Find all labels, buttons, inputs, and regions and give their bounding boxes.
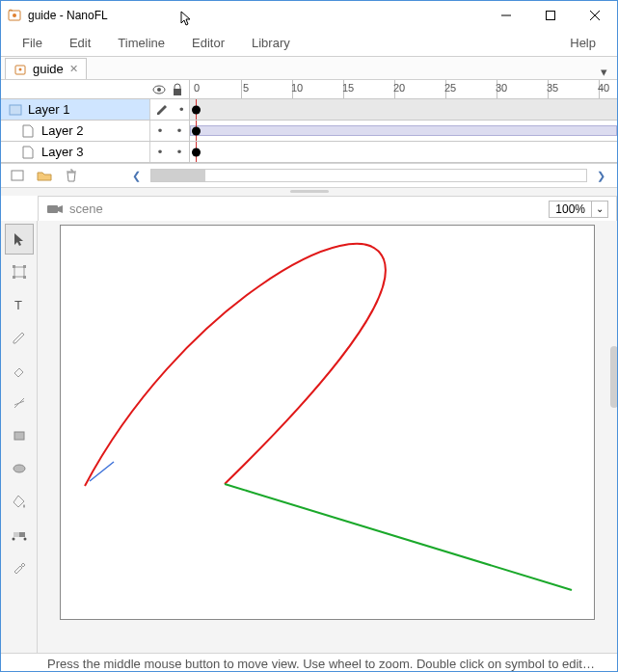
svg-point-1 <box>13 13 16 17</box>
document-tabs: guide ✕ ▾ <box>1 57 617 80</box>
tool-strip: T <box>1 221 38 653</box>
scroll-left-icon[interactable]: ❮ <box>126 170 147 182</box>
ruler-tick: 5 <box>236 82 255 94</box>
keyframe[interactable] <box>192 105 201 114</box>
vis-dot[interactable]: • <box>158 145 163 159</box>
timeline-hscroll[interactable]: ❮ ❯ <box>126 169 611 182</box>
svg-rect-10 <box>174 89 181 95</box>
lock-dot[interactable]: • <box>179 102 184 117</box>
ruler-tick: 30 <box>492 82 511 94</box>
menu-editor[interactable]: Editor <box>178 36 238 50</box>
svg-rect-22 <box>14 432 24 440</box>
scrollbar-thumb[interactable] <box>151 170 205 181</box>
vertical-scrollbar[interactable] <box>610 346 618 408</box>
status-bar: Press the middle mouse button to move vi… <box>1 653 617 672</box>
rectangle-tool[interactable] <box>5 420 34 451</box>
pencil-tool[interactable] <box>5 322 34 353</box>
timeline-ruler[interactable]: 0 5 10 15 20 25 30 35 40 <box>189 80 617 98</box>
zoom-value[interactable]: 100% <box>550 202 592 217</box>
chevron-down-icon[interactable]: ⌄ <box>592 202 607 215</box>
eyedropper-tool[interactable] <box>5 551 34 582</box>
svg-rect-15 <box>13 265 15 268</box>
text-tool[interactable]: T <box>5 289 34 320</box>
scene-name[interactable]: scene <box>69 202 103 216</box>
keyframe[interactable] <box>192 148 201 156</box>
minimize-button[interactable] <box>484 1 528 30</box>
layer-track[interactable] <box>189 121 617 141</box>
svg-point-26 <box>12 538 14 541</box>
delete-layer-button[interactable] <box>61 166 82 185</box>
svg-rect-17 <box>13 276 15 279</box>
line-tool[interactable] <box>5 388 34 418</box>
ruler-tick: 25 <box>441 82 460 94</box>
svg-rect-18 <box>23 276 26 279</box>
page-icon <box>22 124 36 138</box>
svg-rect-16 <box>23 265 26 268</box>
layer-track[interactable] <box>189 142 617 162</box>
close-button[interactable] <box>573 1 617 30</box>
ruler-tick: 10 <box>287 82 307 94</box>
panel-splitter[interactable] <box>1 188 617 196</box>
mouse-cursor-icon <box>177 10 197 29</box>
svg-line-28 <box>225 484 572 590</box>
svg-point-27 <box>23 538 26 541</box>
layer-toolbar: ❮ ❯ <box>1 163 617 188</box>
tab-menu-button[interactable]: ▾ <box>595 65 613 79</box>
ruler-tick: 20 <box>390 82 409 94</box>
doc-tab-label: guide <box>33 62 64 76</box>
menu-edit[interactable]: Edit <box>56 36 104 50</box>
zoom-control[interactable]: 100% ⌄ <box>549 201 608 218</box>
fill-tool[interactable] <box>5 486 34 517</box>
canvas[interactable] <box>60 225 595 620</box>
title-bar: guide - NanoFL <box>1 1 617 30</box>
app-icon <box>7 8 22 23</box>
close-icon[interactable]: ✕ <box>69 63 78 75</box>
eraser-tool[interactable] <box>5 355 34 386</box>
select-tool[interactable] <box>5 224 34 255</box>
layer-name: Layer 3 <box>41 145 83 159</box>
menu-timeline[interactable]: Timeline <box>104 36 178 50</box>
ruler-tick: 15 <box>338 82 358 94</box>
doc-tab-icon <box>13 63 27 76</box>
layer-name: Layer 1 <box>28 102 69 117</box>
canvas-wrap <box>38 221 617 653</box>
timeline-header: 0 5 10 15 20 25 30 35 40 <box>1 80 617 99</box>
stage-bar: scene 100% ⌄ <box>38 196 617 221</box>
layer-row[interactable]: Layer 3 • • <box>1 142 617 163</box>
layer-icon <box>9 103 22 117</box>
pencil-icon[interactable] <box>155 103 169 117</box>
ruler-tick: 35 <box>543 82 562 94</box>
layer-row[interactable]: Layer 1 • <box>1 99 617 121</box>
status-text: Press the middle mouse button to move vi… <box>47 657 595 671</box>
svg-rect-13 <box>47 205 58 213</box>
new-folder-button[interactable] <box>34 166 55 185</box>
menu-library[interactable]: Library <box>238 36 304 50</box>
camera-icon <box>46 202 64 216</box>
maximize-button[interactable] <box>528 1 573 30</box>
layer-row[interactable]: Layer 2 • • <box>1 121 617 142</box>
vis-dot[interactable]: • <box>158 123 163 138</box>
svg-rect-3 <box>547 12 555 20</box>
menu-help[interactable]: Help <box>556 36 609 50</box>
new-layer-button[interactable] <box>7 166 28 185</box>
svg-point-23 <box>13 465 25 472</box>
menu-file[interactable]: File <box>9 36 56 50</box>
page-icon <box>22 146 36 159</box>
oval-tool[interactable] <box>5 453 34 484</box>
lock-dot[interactable]: • <box>177 123 182 138</box>
gradient-tool[interactable] <box>5 519 34 550</box>
svg-point-9 <box>157 88 161 92</box>
scroll-right-icon[interactable]: ❯ <box>591 170 611 182</box>
doc-tab[interactable]: guide ✕ <box>5 58 87 79</box>
window-title: guide - NanoFL <box>28 9 108 22</box>
visibility-icon[interactable] <box>152 83 166 96</box>
lock-dot[interactable]: • <box>177 145 182 159</box>
layer-track[interactable] <box>189 99 617 120</box>
ruler-frame-0: 0 <box>194 82 200 94</box>
svg-rect-12 <box>12 171 23 180</box>
svg-point-7 <box>19 67 22 70</box>
keyframe[interactable] <box>192 126 201 135</box>
transform-tool[interactable] <box>5 256 34 287</box>
svg-rect-25 <box>13 532 19 537</box>
lock-icon[interactable] <box>172 83 183 96</box>
